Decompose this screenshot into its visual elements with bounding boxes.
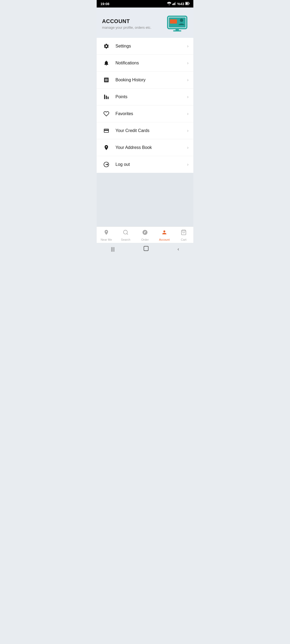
header: ACCOUNT manage your profile, orders etc.	[97, 8, 193, 38]
menu-item-points[interactable]: Points ›	[97, 89, 193, 105]
svg-rect-4	[175, 2, 176, 5]
empty-content-area	[97, 173, 193, 226]
credit-cards-chevron: ›	[187, 128, 189, 133]
bag-icon	[181, 229, 187, 237]
menu-item-booking-history[interactable]: Booking History ›	[97, 72, 193, 89]
svg-rect-2	[173, 3, 174, 5]
menu-item-favorites[interactable]: Favorites ›	[97, 105, 193, 122]
svg-rect-10	[170, 19, 177, 24]
logout-icon	[102, 162, 111, 167]
bell-icon	[102, 60, 111, 66]
menu-item-address-book[interactable]: Your Address Book ›	[97, 139, 193, 156]
pin-icon	[103, 229, 109, 237]
nav-item-account[interactable]: Account	[156, 229, 172, 241]
order-label: Order	[141, 238, 149, 241]
svg-point-11	[180, 19, 183, 22]
battery-text: %43	[177, 2, 184, 6]
svg-rect-3	[174, 3, 175, 5]
svg-point-18	[124, 230, 128, 234]
status-time: 19:08	[100, 2, 109, 6]
cart-label: Cart	[181, 238, 187, 241]
booking-history-chevron: ›	[187, 78, 189, 82]
bottom-nav: Near Me Search Order Account	[97, 226, 193, 243]
svg-rect-7	[186, 3, 188, 5]
page-subtitle: manage your profile, orders etc.	[102, 25, 151, 30]
signal-icon	[172, 2, 176, 6]
back-button[interactable]: ‹	[177, 246, 179, 252]
svg-rect-14	[104, 95, 105, 99]
credit-cards-label: Your Credit Cards	[115, 128, 187, 133]
page-title: ACCOUNT	[102, 18, 151, 24]
menu-item-notifications[interactable]: Notifications ›	[97, 55, 193, 72]
search-icon	[123, 229, 129, 237]
svg-point-0	[169, 5, 169, 5]
nav-item-search[interactable]: Search	[118, 229, 134, 241]
menu-button[interactable]: |||	[111, 246, 115, 252]
account-label: Account	[159, 238, 170, 241]
favorites-label: Favorites	[115, 111, 187, 116]
nav-item-order[interactable]: Order	[137, 229, 153, 241]
search-label: Search	[121, 238, 130, 241]
status-icons: %43	[167, 2, 190, 6]
svg-rect-21	[144, 246, 148, 251]
account-illustration	[166, 15, 188, 32]
receipt-icon	[102, 77, 111, 83]
menu-item-credit-cards[interactable]: Your Credit Cards ›	[97, 122, 193, 139]
credit-card-icon	[102, 128, 111, 134]
system-nav: ||| ‹	[97, 243, 193, 256]
svg-rect-16	[108, 97, 109, 99]
svg-rect-1	[172, 4, 173, 5]
logout-chevron: ›	[187, 162, 189, 167]
notifications-chevron: ›	[187, 61, 189, 65]
svg-line-19	[127, 233, 128, 235]
gear-icon	[102, 43, 111, 49]
menu-item-settings[interactable]: Settings ›	[97, 38, 193, 55]
settings-chevron: ›	[187, 44, 189, 49]
menu-item-logout[interactable]: Log out ›	[97, 156, 193, 173]
svg-rect-13	[173, 30, 181, 31]
booking-history-label: Booking History	[115, 78, 187, 82]
person-icon	[161, 229, 167, 237]
pizza-icon	[142, 229, 148, 237]
nav-item-near-me[interactable]: Near Me	[98, 229, 114, 241]
home-button[interactable]	[143, 246, 149, 253]
menu-list: Settings › Notifications › Booking Histo…	[97, 38, 193, 173]
svg-rect-6	[189, 3, 190, 4]
points-label: Points	[115, 94, 187, 99]
address-book-label: Your Address Book	[115, 145, 187, 150]
wifi-icon	[167, 2, 171, 6]
status-bar: 19:08 %43	[97, 0, 193, 8]
settings-label: Settings	[115, 44, 187, 49]
nav-item-cart[interactable]: Cart	[176, 229, 192, 241]
near-me-label: Near Me	[101, 238, 112, 241]
svg-rect-15	[106, 96, 107, 99]
heart-icon	[102, 111, 111, 117]
points-chevron: ›	[187, 94, 189, 99]
svg-rect-12	[176, 29, 179, 31]
battery-icon	[185, 2, 190, 6]
notifications-label: Notifications	[115, 61, 187, 65]
favorites-chevron: ›	[187, 111, 189, 116]
header-text: ACCOUNT manage your profile, orders etc.	[102, 18, 151, 30]
logout-label: Log out	[115, 162, 187, 167]
bars-icon	[102, 94, 111, 100]
location-icon	[102, 145, 111, 151]
address-book-chevron: ›	[187, 145, 189, 150]
